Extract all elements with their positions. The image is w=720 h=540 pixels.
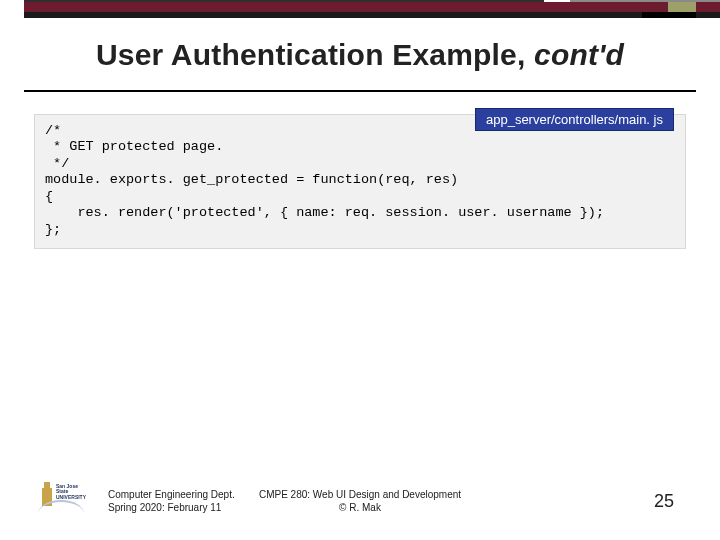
top-accent-bar: [0, 0, 720, 18]
slide-title: User Authentication Example, cont'd: [0, 38, 720, 72]
footer: San Jose State UNIVERSITY Computer Engin…: [0, 466, 720, 522]
file-path-label: app_server/controllers/main. js: [475, 108, 674, 131]
code-block: /* * GET protected page. */ module. expo…: [34, 114, 686, 249]
title-contd: cont'd: [534, 38, 624, 71]
title-text: User Authentication Example,: [96, 38, 534, 71]
footer-copyright: © R. Mak: [0, 502, 720, 515]
title-underline: [24, 90, 696, 92]
page-number: 25: [654, 491, 674, 512]
footer-course: CMPE 280: Web UI Design and Development: [0, 489, 720, 502]
slide: User Authentication Example, cont'd /* *…: [0, 0, 720, 540]
footer-center: CMPE 280: Web UI Design and Development …: [0, 489, 720, 514]
